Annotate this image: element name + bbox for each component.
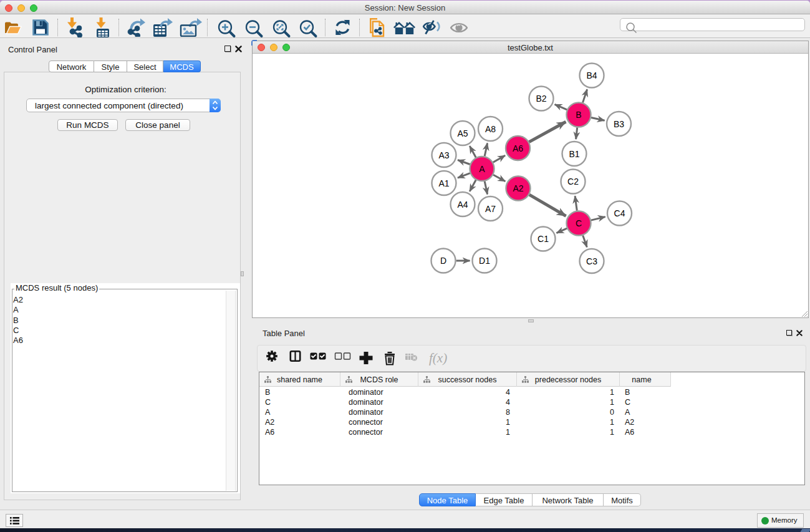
svg-text:B: B [576,110,581,120]
svg-text:C: C [576,218,582,228]
svg-text:D1: D1 [479,256,490,266]
svg-text:A5: A5 [457,128,468,138]
svg-text:B1: B1 [569,149,579,159]
svg-text:B3: B3 [614,119,624,129]
svg-text:A6: A6 [513,143,523,153]
svg-text:B4: B4 [586,70,597,80]
svg-text:A: A [479,164,485,174]
svg-text:A8: A8 [485,124,496,134]
svg-text:C2: C2 [567,177,579,186]
svg-text:A3: A3 [438,150,449,160]
svg-text:A7: A7 [485,204,496,214]
svg-text:C1: C1 [538,234,549,244]
svg-text:A4: A4 [457,200,468,210]
svg-text:D: D [440,256,446,266]
svg-text:A2: A2 [513,183,523,193]
svg-text:A1: A1 [438,178,449,188]
svg-text:C4: C4 [614,208,625,218]
svg-text:f(x): f(x) [429,351,447,365]
svg-text:B2: B2 [536,94,546,104]
svg-text:C3: C3 [586,256,597,266]
